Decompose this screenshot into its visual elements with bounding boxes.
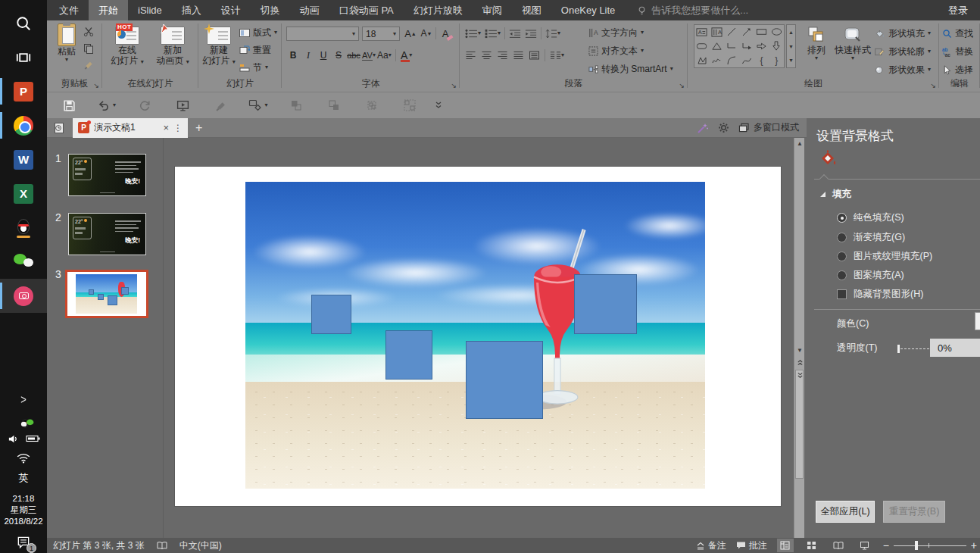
next-slide-button[interactable] xyxy=(794,370,805,380)
bold-button[interactable]: B xyxy=(286,48,300,63)
quick-styles-button[interactable]: 快速样式 ▾ xyxy=(833,25,872,61)
drawing-dialog-launcher[interactable]: ↘ xyxy=(930,83,936,89)
tab-animations[interactable]: 动画 xyxy=(290,0,329,20)
shape-line[interactable] xyxy=(724,25,739,39)
undo-button[interactable]: ▾ xyxy=(88,94,126,117)
scroll-down-button[interactable]: ▼ xyxy=(794,345,805,355)
cut-button[interactable] xyxy=(83,27,94,37)
shape-right-brace[interactable]: } xyxy=(769,53,784,67)
font-color-button[interactable]: A▾ xyxy=(400,48,414,63)
tab-file[interactable]: 文件 xyxy=(49,0,89,20)
new-tab-button[interactable]: + xyxy=(195,122,202,134)
text-direction-button[interactable]: A 文字方向▾ xyxy=(588,25,673,40)
qat-format-painter-button[interactable] xyxy=(201,94,239,117)
align-center-button[interactable] xyxy=(481,51,492,60)
volume-icon[interactable] xyxy=(7,433,20,445)
align-text-button[interactable]: 对齐文本▾ xyxy=(588,43,673,58)
reset-button[interactable]: 重置 xyxy=(239,42,277,58)
battery-icon[interactable] xyxy=(26,434,41,443)
blue-square-3[interactable] xyxy=(466,341,543,419)
online-slides-button[interactable]: HOT 在线 幻灯片 ▾ xyxy=(108,23,147,66)
option-hide-background[interactable]: 隐藏背景图形(H) xyxy=(837,288,923,301)
qat-more-button[interactable] xyxy=(429,94,448,117)
tell-me-search[interactable]: 告诉我您想要做什么... xyxy=(637,0,748,20)
blue-square-4[interactable] xyxy=(574,274,637,334)
tab-insert[interactable]: 插入 xyxy=(172,0,211,20)
shape-gallery-scroll-up[interactable]: ▲ xyxy=(787,25,795,39)
save-button[interactable] xyxy=(50,94,88,117)
text-shadow-button[interactable]: abc xyxy=(347,48,360,63)
slideshow-view-button[interactable] xyxy=(857,539,873,552)
shape-arc[interactable] xyxy=(724,53,739,67)
section-button[interactable]: 节▾ xyxy=(239,60,277,75)
shape-triangle[interactable] xyxy=(710,39,725,54)
line-spacing-button[interactable]: ▾ xyxy=(545,29,560,39)
shape-fill-button[interactable]: 形状填充▾ xyxy=(874,26,931,41)
shape-vertical-text-box[interactable]: A xyxy=(710,25,725,39)
multi-window-mode-button[interactable]: 多窗口模式 xyxy=(738,121,799,134)
ungroup-shapes-button[interactable] xyxy=(391,94,429,117)
arrange-button[interactable]: 排列 ▾ xyxy=(803,25,830,61)
scroll-up-button[interactable]: ▲ xyxy=(794,138,805,148)
clipboard-dialog-launcher[interactable]: ↘ xyxy=(93,83,99,89)
slide-sorter-view-button[interactable] xyxy=(804,539,820,552)
tab-view[interactable]: 视图 xyxy=(512,0,551,20)
comments-toggle-button[interactable]: 批注 xyxy=(736,539,767,552)
decrease-indent-button[interactable] xyxy=(509,29,521,39)
taskbar-chrome-button[interactable] xyxy=(0,108,47,142)
decrease-font-button[interactable]: A▼ xyxy=(420,26,433,41)
taskbar-qq-button[interactable] xyxy=(0,211,47,245)
gear-icon[interactable] xyxy=(718,122,729,133)
numbering-button[interactable]: ▾ xyxy=(485,29,501,39)
shape-outline-button[interactable]: 形状轮廓▾ xyxy=(874,44,931,59)
shape-gallery-scroll-down[interactable]: ▼ xyxy=(787,39,795,54)
bring-forward-button[interactable] xyxy=(277,94,315,117)
slider-handle[interactable] xyxy=(897,345,900,353)
taskbar-wechat-button[interactable] xyxy=(0,245,47,279)
slide-3-editing-surface[interactable] xyxy=(175,167,781,506)
taskbar-clock[interactable]: 21:18 星期三 2018/8/22 xyxy=(4,493,42,527)
tab-onekey[interactable]: OneKey Lite xyxy=(551,0,626,20)
zoom-slider[interactable] xyxy=(894,541,966,550)
transparency-slider[interactable] xyxy=(897,345,929,353)
canvas-vertical-scrollbar[interactable]: ▲ ▼ xyxy=(794,138,804,538)
tab-transitions[interactable]: 切换 xyxy=(251,0,290,20)
session-manager-button[interactable] xyxy=(53,122,65,134)
taskbar-search-button[interactable] xyxy=(0,6,47,40)
new-animation-page-button[interactable]: 新加 动画页 ▾ xyxy=(152,23,193,66)
spellcheck-icon[interactable] xyxy=(157,541,167,551)
shape-down-arrow[interactable] xyxy=(769,39,784,54)
taskbar-excel-button[interactable]: X xyxy=(0,177,47,211)
zoom-slider-handle[interactable] xyxy=(915,541,918,550)
beach-photo[interactable] xyxy=(245,182,705,489)
scrollbar-thumb[interactable] xyxy=(795,370,804,479)
tab-more-icon[interactable]: ⋮ xyxy=(173,123,183,133)
slide-thumbnail-3-selected[interactable]: 3 xyxy=(65,270,148,318)
bullets-button[interactable]: ▾ xyxy=(465,29,481,39)
shape-text-box[interactable]: A xyxy=(694,25,710,39)
justify-button[interactable] xyxy=(513,51,524,60)
tab-pocket-animation[interactable]: 口袋动画 PA xyxy=(329,0,404,20)
shape-elbow-arrow-connector[interactable] xyxy=(739,39,754,54)
slide-thumbnail-1[interactable]: 1 22° 晚安! xyxy=(68,154,146,196)
italic-button[interactable]: I xyxy=(301,48,315,63)
tab-slideshow[interactable]: 幻灯片放映 xyxy=(404,0,473,20)
shape-left-brace[interactable]: { xyxy=(754,53,769,67)
shape-effects-button[interactable]: 形状效果▾ xyxy=(874,62,931,77)
slideshow-from-current-button[interactable] xyxy=(164,94,201,117)
notification-center-button[interactable]: 1 xyxy=(16,535,31,550)
ime-indicator[interactable]: 英 xyxy=(0,469,47,487)
redo-button[interactable] xyxy=(126,94,164,117)
taskbar-word-button[interactable]: W xyxy=(0,142,47,177)
wifi-icon[interactable] xyxy=(17,453,30,464)
zoom-in-button[interactable]: + xyxy=(971,541,977,550)
distribute-button[interactable] xyxy=(529,51,540,60)
shape-right-arrow[interactable] xyxy=(754,39,769,54)
find-button[interactable]: 查找 xyxy=(942,26,973,41)
tab-review[interactable]: 审阅 xyxy=(473,0,512,20)
option-picture-fill[interactable]: 图片或纹理填充(P) xyxy=(837,250,932,263)
format-painter-button[interactable] xyxy=(83,60,94,70)
slide-editing-canvas[interactable] xyxy=(163,138,794,538)
language-indicator[interactable]: 中文(中国) xyxy=(179,539,222,552)
blue-square-1[interactable] xyxy=(311,295,351,334)
